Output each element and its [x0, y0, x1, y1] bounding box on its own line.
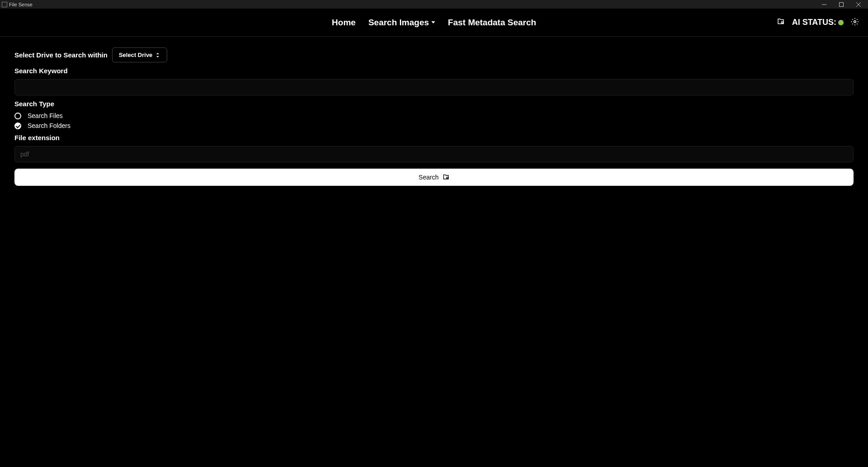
status-dot-icon: [838, 20, 844, 25]
nav-bar: Home Search Images Fast Metadata Search …: [0, 9, 868, 37]
radio-folders[interactable]: [14, 123, 21, 129]
radio-folders-row: Search Folders: [14, 122, 854, 129]
nav-center: Home Search Images Fast Metadata Search: [332, 18, 536, 28]
select-drive-label: Select Drive: [119, 52, 152, 58]
select-drive-button[interactable]: Select Drive: [112, 47, 167, 62]
title-bar: File Sense: [0, 0, 868, 9]
window-title: File Sense: [9, 2, 33, 7]
folder-search-button-icon: [442, 174, 450, 181]
nav-search-images[interactable]: Search Images: [368, 18, 435, 28]
search-type-group: Search Type Search Files Search Folders: [14, 100, 854, 129]
ai-status-label: AI STATUS:: [792, 18, 836, 27]
select-arrows-icon: [155, 52, 160, 58]
keyword-label: Search Keyword: [14, 67, 854, 75]
radio-files-label[interactable]: Search Files: [28, 112, 63, 119]
extension-label: File extension: [14, 134, 854, 142]
nav-right: AI STATUS:: [777, 18, 859, 28]
search-button[interactable]: Search: [14, 169, 854, 186]
window-controls: [821, 1, 866, 8]
svg-rect-1: [840, 2, 844, 6]
extension-group: File extension: [14, 134, 854, 162]
radio-files-row: Search Files: [14, 112, 854, 119]
gear-icon[interactable]: [851, 18, 859, 28]
chevron-down-icon: [432, 21, 435, 24]
app-icon: [2, 2, 7, 7]
svg-point-7: [446, 177, 448, 179]
nav-search-images-label: Search Images: [368, 18, 429, 28]
radio-files[interactable]: [14, 113, 21, 119]
nav-home[interactable]: Home: [332, 18, 356, 28]
drive-label: Select Drive to Search within: [14, 51, 108, 59]
main-content: Select Drive to Search within Select Dri…: [0, 37, 868, 197]
svg-point-4: [781, 21, 783, 23]
minimize-button[interactable]: [821, 1, 827, 8]
maximize-button[interactable]: [838, 1, 845, 8]
title-bar-left: File Sense: [2, 2, 33, 7]
search-button-label: Search: [418, 174, 438, 181]
extension-input[interactable]: [14, 146, 854, 162]
radio-folders-label[interactable]: Search Folders: [28, 122, 70, 129]
keyword-group: Search Keyword: [14, 67, 854, 95]
close-button[interactable]: [855, 1, 862, 8]
svg-line-8: [448, 179, 448, 179]
nav-fast-metadata[interactable]: Fast Metadata Search: [448, 18, 536, 28]
folder-search-icon[interactable]: [777, 18, 785, 28]
svg-point-6: [854, 20, 856, 23]
svg-line-5: [783, 23, 784, 24]
keyword-input[interactable]: [14, 79, 854, 95]
drive-row: Select Drive to Search within Select Dri…: [14, 47, 854, 62]
search-type-label: Search Type: [14, 100, 854, 108]
ai-status: AI STATUS:: [792, 18, 844, 27]
